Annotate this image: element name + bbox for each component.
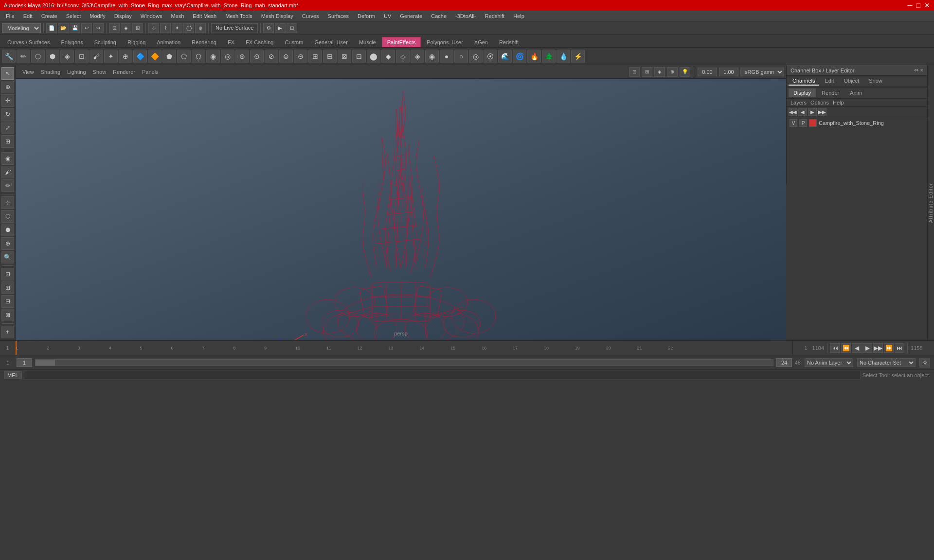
shelf-icon-15[interactable]: ◉ (206, 50, 220, 63)
shelf-icon-10[interactable]: 🔷 (133, 50, 147, 63)
frame-input-b[interactable]: 1.00 (719, 68, 738, 76)
gamma-select[interactable]: sRGB gamma (740, 68, 784, 76)
menu-help[interactable]: Help (509, 12, 528, 20)
render-btn[interactable]: ▶ (275, 23, 286, 33)
subtab-help[interactable]: Help (833, 100, 844, 105)
prev-frame-btn[interactable]: ◀ (852, 343, 862, 353)
menu-file[interactable]: File (2, 12, 18, 20)
shelf-icon-35[interactable]: 🌊 (498, 50, 512, 63)
render-settings-btn[interactable]: ⚙ (263, 23, 274, 33)
menu-display[interactable]: Display (110, 12, 136, 20)
close-btn[interactable]: ✕ (924, 1, 930, 9)
shelf-icon-39[interactable]: 💧 (557, 50, 570, 63)
tab-anim[interactable]: Anim (845, 88, 867, 97)
select-by-object-btn[interactable]: ◈ (121, 23, 131, 33)
tab-animation[interactable]: Animation (151, 37, 186, 47)
viewport-3d[interactable]: X Y Z persp (16, 79, 786, 340)
open-btn[interactable]: 📂 (58, 23, 69, 33)
shelf-icon-11[interactable]: 🔶 (148, 50, 162, 63)
dolly-btn[interactable]: ⊕ (1, 237, 14, 250)
menu-uv[interactable]: UV (380, 12, 395, 20)
play-btn[interactable]: ▶ (862, 343, 872, 353)
shelf-icon-2[interactable]: ✏ (17, 50, 30, 63)
menu-deform[interactable]: Deform (354, 12, 379, 20)
layer-prev-btn[interactable]: ◀◀ (789, 108, 797, 116)
menu-curves[interactable]: Curves (298, 12, 323, 20)
tab-polygons-user[interactable]: Polygons_User (421, 37, 468, 47)
menu-select[interactable]: Select (62, 12, 85, 20)
shelf-icon-34[interactable]: ⦿ (484, 50, 497, 63)
frame-input-a[interactable]: 0.00 (698, 68, 717, 76)
tab-object[interactable]: Object (840, 77, 863, 86)
vp-light-btn[interactable]: 💡 (680, 67, 690, 77)
xform-btn[interactable]: ⊟ (1, 295, 14, 308)
tab-channels[interactable]: Channels (789, 77, 819, 86)
layer-next-btn[interactable]: ▶▶ (818, 108, 826, 116)
new-scene-btn[interactable]: 📄 (46, 23, 57, 33)
move-tool-btn[interactable]: ✛ (1, 94, 14, 107)
layer-step-back-btn[interactable]: ◀ (798, 108, 807, 116)
vp-menu-lighting[interactable]: Lighting (64, 68, 89, 76)
step-fwd-btn[interactable]: ⏩ (884, 343, 894, 353)
shelf-icon-3[interactable]: ⬡ (31, 50, 45, 63)
current-frame-field[interactable]: 1 (17, 358, 32, 367)
tab-show[interactable]: Show (865, 77, 886, 86)
layer-step-fwd-btn[interactable]: ▶ (808, 108, 817, 116)
shelf-icon-12[interactable]: ⬟ (162, 50, 176, 63)
transform-btn[interactable]: ⊞ (1, 281, 14, 294)
play-forward-btn[interactable]: ⏭ (895, 343, 904, 353)
lasso-btn[interactable]: ⬡ (1, 210, 14, 223)
vp-smooth-btn[interactable]: ⊕ (667, 67, 678, 77)
menu-mesh[interactable]: Mesh (167, 12, 188, 20)
snap-grid-btn[interactable]: ⊹ (148, 23, 159, 33)
menu-edit[interactable]: Edit (19, 12, 36, 20)
snap-surface-btn[interactable]: ◯ (183, 23, 194, 33)
range-settings-btn[interactable]: ⚙ (919, 358, 930, 368)
shelf-icon-30[interactable]: ◉ (425, 50, 439, 63)
menu-mesh-display[interactable]: Mesh Display (257, 12, 297, 20)
vp-menu-show[interactable]: Show (90, 68, 109, 76)
tab-paint-effects[interactable]: PaintEffects (382, 37, 421, 47)
snap-curve-btn[interactable]: ⌇ (160, 23, 171, 33)
tab-rendering[interactable]: Rendering (186, 37, 222, 47)
shelf-icon-7[interactable]: 🖌 (90, 50, 103, 63)
shelf-icon-22[interactable]: ⊞ (308, 50, 322, 63)
menu-modify[interactable]: Modify (86, 12, 109, 20)
subtab-options[interactable]: Options (810, 100, 829, 105)
shelf-icon-6[interactable]: ⊡ (75, 50, 89, 63)
redo-btn[interactable]: ↪ (93, 23, 104, 33)
end-frame-field[interactable]: 24 (776, 358, 792, 367)
soft-mod-btn[interactable]: ◉ (1, 152, 14, 165)
layer-item-campfire[interactable]: V P Campfire_with_Stone_Ring (788, 118, 926, 128)
undo-btn[interactable]: ↩ (81, 23, 92, 33)
minimize-btn[interactable]: ─ (908, 1, 913, 9)
tab-redshift[interactable]: Redshift (494, 37, 524, 47)
menu-surfaces[interactable]: Surfaces (324, 12, 353, 20)
shelf-icon-38[interactable]: 🌲 (542, 50, 556, 63)
select-by-hierarchy-btn[interactable]: ⊡ (109, 23, 120, 33)
vp-select-type-btn[interactable]: ⊡ (629, 67, 640, 77)
shelf-icon-26[interactable]: ⬤ (367, 50, 380, 63)
command-line-input[interactable] (24, 371, 861, 380)
shelf-icon-36[interactable]: 🌀 (513, 50, 526, 63)
more-tools-btn[interactable]: + (1, 326, 14, 338)
step-back-btn[interactable]: ⏪ (841, 343, 851, 353)
vp-obj-mode-btn[interactable]: ⊞ (642, 67, 652, 77)
select-tool-btn[interactable]: ↖ (1, 67, 14, 80)
char-set-select[interactable]: No Character Set (857, 358, 916, 367)
track-btn[interactable]: ⬢ (1, 224, 14, 236)
anim-layer-select[interactable]: No Anim Layer (805, 358, 853, 367)
last-tool-btn[interactable]: ⊞ (1, 135, 14, 148)
range-thumb[interactable] (36, 360, 55, 366)
snap-grid-lt-btn[interactable]: ⊹ (1, 196, 14, 209)
shelf-icon-31[interactable]: ● (440, 50, 453, 63)
universal-manip-btn[interactable]: ⊡ (1, 268, 14, 280)
menu-redshift[interactable]: Redshift (481, 12, 508, 20)
shelf-icon-23[interactable]: ⊟ (323, 50, 337, 63)
mel-button[interactable]: MEL (4, 371, 22, 379)
shelf-icon-16[interactable]: ◎ (221, 50, 234, 63)
layer-color-swatch[interactable] (809, 119, 817, 127)
shelf-icon-20[interactable]: ⊜ (279, 50, 293, 63)
attr-btn[interactable]: ⊠ (1, 309, 14, 321)
menu-3dtall[interactable]: -3DtoAll- (451, 12, 480, 20)
